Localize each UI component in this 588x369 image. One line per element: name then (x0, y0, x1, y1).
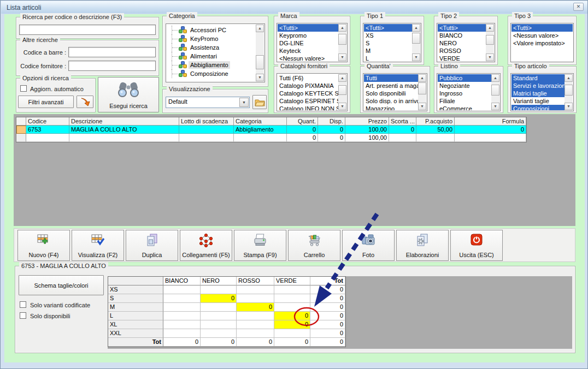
list-item[interactable]: Catalogo INFO NON S (278, 105, 338, 110)
list-item[interactable]: <Nessun valore> (278, 55, 338, 61)
scrollbar-thumb[interactable] (565, 85, 573, 96)
category-tree-item[interactable]: KeyPromo (167, 34, 256, 43)
scroll-down-icon[interactable]: ▼ (338, 53, 346, 61)
solo-disponibili-checkbox[interactable] (20, 312, 26, 319)
scrollbar-thumb[interactable] (412, 33, 420, 44)
matrix-cell[interactable] (237, 285, 274, 294)
execute-search-button[interactable]: Esegui ricerca (98, 77, 159, 112)
matrix-cell[interactable] (237, 329, 274, 338)
chevron-down-icon[interactable]: ▼ (239, 98, 249, 107)
processing-button[interactable]: Elaborazioni (396, 230, 449, 261)
matrix-cell[interactable] (201, 320, 237, 329)
scroll-up-icon[interactable]: ▲ (565, 74, 573, 82)
matrix-cell[interactable] (163, 294, 201, 303)
list-item[interactable]: Keypromo (278, 32, 338, 39)
list-item[interactable]: <Valore impostato> (511, 39, 573, 47)
list-item[interactable]: Art. presenti a magaz (364, 82, 418, 90)
list-item[interactable]: Varianti taglie (511, 97, 565, 105)
category-tree-item[interactable]: Abbigliamento (167, 61, 256, 69)
matrix-cell[interactable] (274, 303, 310, 312)
list-item[interactable]: <Nessun valore> (511, 32, 573, 39)
matrix-cell[interactable] (274, 294, 310, 303)
table-row[interactable]: 6753MAGLIA A COLLO ALTOAbbigliamento0010… (16, 126, 526, 134)
matrix-cell[interactable]: 0 (237, 303, 274, 312)
matrix-cell[interactable] (163, 320, 201, 329)
open-view-button[interactable] (252, 95, 267, 109)
list-item[interactable]: Ingrosso (438, 90, 491, 97)
matrix-cell[interactable] (237, 312, 274, 320)
matrix-cell[interactable] (163, 303, 201, 312)
category-tree-item[interactable]: Accessori PC (167, 26, 256, 34)
links-button[interactable]: Collegamenti (F5) (180, 230, 232, 261)
close-icon[interactable]: ✕ (573, 3, 584, 11)
list-item[interactable]: ROSSO (438, 47, 486, 55)
table-row[interactable]: 00100,00 (16, 134, 526, 142)
matrix-cell[interactable]: 0 (201, 338, 237, 347)
matrix-cell[interactable]: 0 (310, 329, 345, 338)
matrix-cell[interactable] (237, 294, 274, 303)
scroll-up-icon[interactable]: ▲ (338, 74, 346, 82)
categoria-scrollbar[interactable]: ▲ ▼ (256, 25, 264, 81)
category-tree-item[interactable]: Assistenza (167, 43, 256, 52)
schema-taglie-colori-button[interactable]: Schema taglie/colori (19, 275, 104, 295)
matrix-cell[interactable]: 0 (201, 294, 237, 303)
listino-scrollbar[interactable]: ▲ ▼ (491, 74, 499, 110)
list-item[interactable]: Negoziante (438, 82, 491, 90)
scroll-up-icon[interactable]: ▲ (338, 24, 346, 32)
scroll-down-icon[interactable]: ▼ (256, 74, 264, 81)
matrix-cell[interactable] (201, 329, 237, 338)
scroll-up-icon[interactable]: ▲ (418, 74, 426, 82)
matrix-cell[interactable]: 0 (310, 285, 345, 294)
scrollbar-thumb[interactable] (256, 55, 264, 69)
list-item[interactable]: VERDE (438, 55, 486, 61)
scroll-down-icon[interactable]: ▼ (565, 103, 573, 110)
scroll-down-icon[interactable]: ▼ (486, 53, 494, 61)
advanced-filters-button[interactable]: Filtri avanzati (18, 96, 74, 108)
list-item[interactable]: Pubblico (438, 74, 491, 82)
scroll-down-icon[interactable]: ▼ (418, 103, 426, 110)
list-item[interactable]: eCommerce (438, 105, 491, 110)
list-item[interactable]: <Tutti> (438, 24, 486, 32)
list-item[interactable]: BIANCO (438, 32, 486, 39)
scrollbar-thumb[interactable] (338, 85, 346, 95)
marca-scrollbar[interactable]: ▲ ▼ (338, 24, 346, 61)
scroll-up-icon[interactable]: ▲ (491, 74, 499, 82)
matrix-cell[interactable] (163, 285, 201, 294)
exit-button[interactable]: Uscita (ESC) (450, 230, 503, 261)
matrix-cell[interactable]: 0 (310, 303, 345, 312)
matrix-cell[interactable] (201, 312, 237, 320)
list-item[interactable]: M (364, 47, 412, 55)
visualizzazione-select[interactable]: Default ▼ (166, 97, 250, 108)
new-button[interactable]: Nuovo (F4) (17, 230, 70, 261)
matrix-cell[interactable] (163, 312, 201, 320)
list-item[interactable]: <Tutti> (511, 24, 573, 32)
list-item[interactable]: S (364, 39, 412, 47)
duplicate-button[interactable]: Duplica (126, 230, 178, 261)
matrix-cell[interactable]: 0 (310, 294, 345, 303)
search-input[interactable] (19, 25, 156, 35)
list-item[interactable]: DG-LINE (278, 39, 338, 47)
matrix-cell[interactable]: 0 (274, 338, 310, 347)
supplier-code-input[interactable] (68, 61, 156, 71)
matrix-cell[interactable]: 0 (274, 320, 310, 329)
cataloghi-scrollbar[interactable]: ▲ ▼ (338, 74, 346, 110)
list-item[interactable]: Standard (511, 74, 565, 82)
scroll-down-icon[interactable]: ▼ (338, 103, 346, 110)
scrollbar-thumb[interactable] (486, 35, 494, 45)
tipo2-scrollbar[interactable]: ▲ ▼ (486, 24, 494, 61)
tipo1-scrollbar[interactable]: ▲ ▼ (412, 24, 420, 61)
list-item[interactable]: <Tutti> (278, 24, 338, 32)
list-item[interactable]: Catalogo PIXMANIA (278, 82, 338, 90)
photo-button[interactable]: Foto (342, 230, 395, 261)
scroll-up-icon[interactable]: ▲ (256, 25, 264, 32)
list-item[interactable]: Catalogo KEYTECK SR (278, 90, 338, 97)
matrix-cell[interactable] (274, 285, 310, 294)
matrix-cell[interactable] (201, 285, 237, 294)
matrix-cell[interactable]: 0 (310, 338, 345, 347)
list-item[interactable]: L (364, 55, 412, 61)
matrix-cell[interactable] (201, 303, 237, 312)
scrollbar-thumb[interactable] (491, 85, 499, 96)
matrix-cell[interactable]: 0 (310, 312, 345, 320)
list-item[interactable]: Tutti (364, 74, 418, 82)
cart-button[interactable]: Carrello (288, 230, 340, 261)
